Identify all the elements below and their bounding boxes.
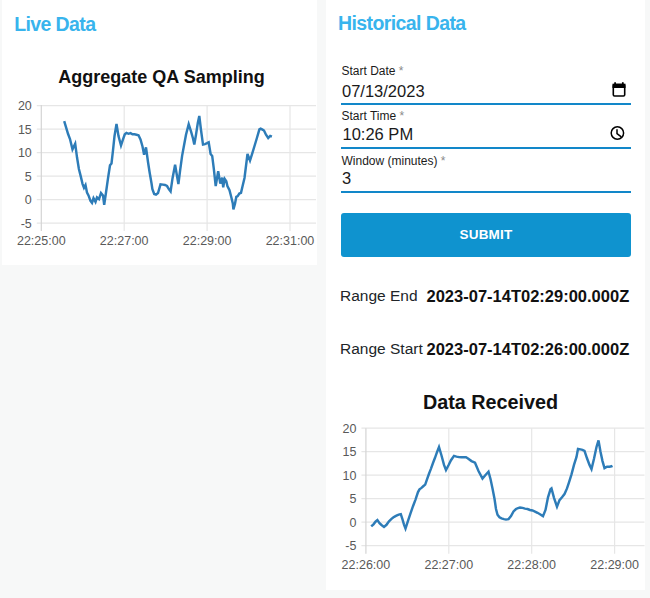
svg-text:-5: -5 — [21, 217, 32, 231]
svg-text:22:26:00: 22:26:00 — [342, 558, 391, 572]
svg-text:10: 10 — [342, 469, 356, 483]
svg-text:Data Received: Data Received — [423, 391, 558, 413]
svg-text:15: 15 — [342, 445, 356, 459]
svg-text:22:27:00: 22:27:00 — [424, 558, 473, 572]
svg-text:22:29:00: 22:29:00 — [183, 234, 232, 248]
svg-text:15: 15 — [18, 123, 32, 137]
svg-text:20: 20 — [18, 99, 32, 113]
svg-text:0: 0 — [25, 193, 32, 207]
svg-text:Aggregate QA Sampling: Aggregate QA Sampling — [58, 67, 264, 87]
svg-text:10: 10 — [18, 146, 32, 160]
svg-text:22:28:00: 22:28:00 — [507, 558, 556, 572]
svg-text:20: 20 — [342, 422, 356, 436]
svg-text:0: 0 — [349, 516, 356, 530]
svg-text:5: 5 — [25, 170, 32, 184]
svg-text:22:27:00: 22:27:00 — [100, 234, 149, 248]
svg-text:22:29:00: 22:29:00 — [590, 558, 639, 572]
svg-text:22:31:00: 22:31:00 — [266, 234, 315, 248]
svg-text:-5: -5 — [345, 539, 356, 553]
svg-text:5: 5 — [349, 492, 356, 506]
svg-text:22:25:00: 22:25:00 — [17, 234, 66, 248]
